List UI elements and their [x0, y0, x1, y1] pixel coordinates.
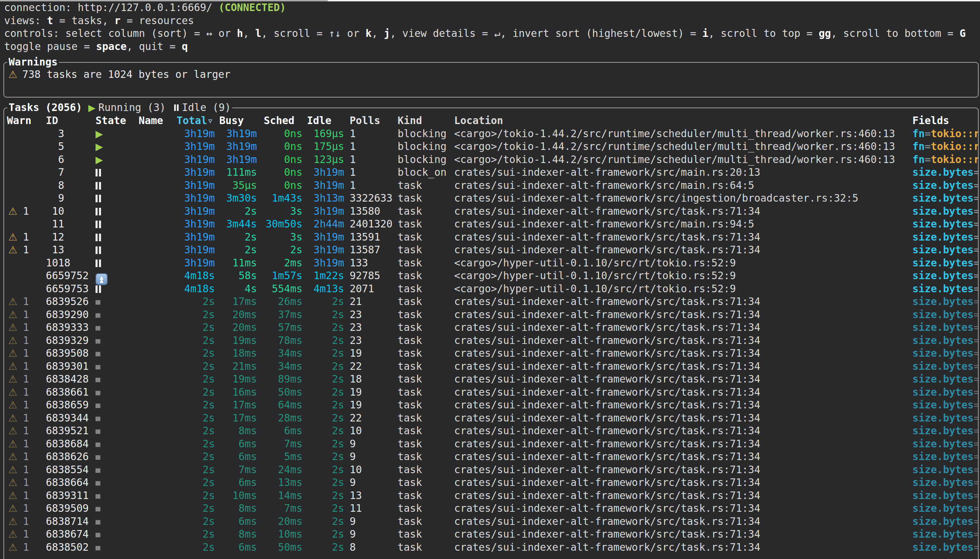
cell-task-id[interactable]: 6659753	[46, 283, 96, 296]
column-header-state[interactable]: State	[96, 114, 137, 127]
cell-task-id[interactable]: 7	[46, 166, 96, 179]
cell-kind: task	[397, 373, 453, 386]
cell-task-id[interactable]: 6839509	[46, 502, 96, 515]
column-header-id[interactable]: ID	[46, 114, 96, 127]
cell-task-id[interactable]: 12	[46, 231, 96, 244]
cell-task-id[interactable]: 13	[46, 244, 96, 257]
cell-task-id[interactable]: 6839329	[46, 334, 96, 347]
cell-total: 3h19m	[177, 166, 215, 179]
completed-state-icon	[96, 546, 100, 551]
column-header-total[interactable]: Total▿	[177, 114, 215, 127]
field-equals: =	[974, 412, 978, 424]
cell-warn: ⚠1	[5, 321, 46, 334]
cell-total: 2s	[177, 308, 215, 322]
sched-duration: 28ms	[278, 412, 303, 424]
field-key: size.bytes	[912, 244, 974, 256]
cell-task-id[interactable]: 6	[46, 153, 96, 167]
header-text-segment: controls: select column (sort) = ↔ or	[4, 28, 237, 39]
cell-task-id[interactable]: 6839333	[46, 321, 96, 334]
field-equals: =	[974, 464, 978, 476]
cell-sched: 0ns	[257, 140, 303, 153]
cell-task-id[interactable]: 6838659	[46, 399, 96, 412]
column-header-idle[interactable]: Idle	[303, 114, 344, 127]
cell-state	[96, 425, 137, 438]
cell-task-id[interactable]: 6838714	[46, 515, 96, 528]
cell-location: crates/sui-indexer-alt-framework/src/tas…	[453, 373, 911, 386]
cell-task-id[interactable]: 6839521	[46, 425, 96, 438]
warn-count: 1	[23, 528, 29, 540]
cell-kind: task	[397, 438, 453, 451]
warning-triangle-icon: ⚠	[8, 451, 17, 463]
cell-task-id[interactable]: 10	[46, 205, 96, 218]
cell-task-id[interactable]: 6838428	[46, 373, 96, 386]
column-header-polls[interactable]: Polls	[344, 114, 397, 127]
cell-fields: size.bytes=	[911, 192, 978, 205]
cell-task-id[interactable]: 11	[46, 218, 96, 231]
cell-fields: size.bytes=	[911, 490, 978, 503]
cell-task-id[interactable]: 6838661	[46, 386, 96, 399]
total-duration: 4m18s	[184, 270, 215, 281]
cell-task-id[interactable]: 1018	[46, 257, 96, 270]
column-header-kind[interactable]: Kind	[397, 114, 453, 127]
cell-total: 2s	[177, 347, 215, 360]
cell-task-id[interactable]: 6839290	[46, 308, 96, 322]
cell-location: crates/sui-indexer-alt-framework/src/tas…	[453, 360, 911, 373]
cell-task-id[interactable]: 6839301	[46, 360, 96, 373]
cell-state	[96, 321, 137, 334]
cell-sched: 50ms	[257, 541, 303, 554]
field-equals: =	[974, 451, 978, 463]
field-key: size.bytes	[912, 541, 974, 553]
cell-idle: 123µs	[303, 153, 344, 167]
cell-sched: 7ms	[257, 502, 303, 515]
cell-task-id[interactable]: 6838674	[46, 528, 96, 541]
cell-sched: 78ms	[257, 334, 303, 347]
cell-task-id[interactable]: 9	[46, 192, 96, 205]
cell-task-id[interactable]: 6838502	[46, 541, 96, 554]
cell-task-id[interactable]: 6839344	[46, 412, 96, 425]
field-key: size.bytes	[912, 192, 974, 204]
column-header-location[interactable]: Location	[453, 114, 911, 127]
cell-task-id[interactable]: 3	[46, 127, 96, 141]
cell-task-id[interactable]: 6838554	[46, 463, 96, 476]
column-header-warn[interactable]: Warn	[5, 114, 46, 127]
header-text-segment: (CONNECTED)	[219, 2, 286, 13]
cell-task-id[interactable]: 6839311	[46, 490, 96, 503]
cell-total: 2s	[177, 386, 215, 399]
header-text-segment: = tasks,	[53, 15, 114, 26]
cell-kind: task	[397, 425, 453, 438]
cell-task-id[interactable]: 6838684	[46, 438, 96, 451]
cell-task-id[interactable]: 6838664	[46, 476, 96, 490]
running-count-label: Running (3)	[98, 102, 172, 113]
idle-duration: 2s	[332, 309, 344, 321]
cell-task-id[interactable]: 5	[46, 140, 96, 153]
cell-task-id[interactable]: 6659752	[46, 270, 96, 283]
cell-total: 2s	[177, 528, 215, 541]
cell-warn: ⚠1	[5, 373, 46, 386]
column-header-name[interactable]: Name	[137, 114, 177, 127]
cell-task-id[interactable]: 6839526	[46, 295, 96, 308]
cell-kind: task	[397, 179, 453, 192]
cell-task-id[interactable]: 8	[46, 179, 96, 192]
column-header-busy[interactable]: Busy	[215, 114, 257, 127]
column-header-sched[interactable]: Sched	[257, 114, 303, 127]
idle-duration: 2s	[332, 425, 344, 437]
cell-state	[96, 386, 137, 399]
cell-task-id[interactable]: 6839508	[46, 347, 96, 360]
column-header-fields[interactable]: Fields	[911, 114, 978, 127]
sched-duration: 3s	[290, 231, 303, 243]
cell-task-id[interactable]: 6838626	[46, 450, 96, 463]
cell-state	[96, 515, 137, 528]
total-duration: 3h19m	[184, 154, 215, 165]
cell-state	[96, 205, 137, 218]
completed-state-icon	[96, 391, 100, 395]
cell-kind: blocking	[397, 127, 453, 141]
cell-kind: task	[397, 528, 453, 541]
cell-state	[96, 541, 137, 554]
busy-duration: 3h19m	[226, 154, 257, 165]
cell-fields: size.bytes=	[911, 334, 978, 347]
warn-count: 1	[23, 335, 29, 346]
cell-busy: 20ms	[215, 321, 257, 334]
warn-count: 1	[23, 438, 29, 450]
cell-warn: ⚠1	[5, 205, 46, 218]
cell-total: 2s	[177, 450, 215, 463]
